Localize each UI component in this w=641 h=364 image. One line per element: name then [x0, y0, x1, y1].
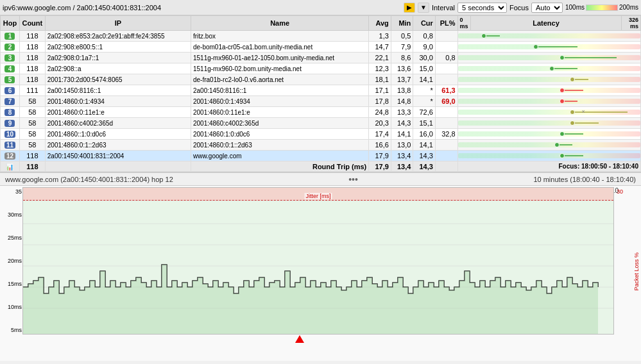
table-row[interactable]: 9 58 2001:4860:c4002:365d 2001:4860:c400…: [1, 118, 641, 129]
table-row[interactable]: 10 58 2001:4860::1:0:d0c6 2001:4860:1:0:…: [1, 129, 641, 140]
hop-badge: 4: [4, 65, 15, 72]
th-pl: PL%: [435, 16, 457, 31]
table-row[interactable]: 8 58 2001:4860:0:11e1:e 2001:4860:0:11e1…: [1, 107, 641, 118]
min-cell: 14,8: [391, 96, 413, 107]
min-cell: 7,9: [391, 42, 413, 53]
expand-dots[interactable]: •••: [348, 174, 358, 185]
count-cell: 118: [19, 63, 45, 74]
table-row[interactable]: 2 118 2a02:908:e800:5::1 de-bom01a-cr05-…: [1, 42, 641, 53]
chart-time: 10 minutes (18:00:40 - 18:10:40): [533, 176, 636, 183]
count-cell: 118: [19, 31, 45, 42]
chart-area: Jitter [ms]: [22, 187, 614, 335]
name-cell: 1511g-mx960-02.bom.unity-media.net: [191, 63, 368, 74]
cur-cell: 72,6: [413, 107, 436, 118]
avg-cell: 18,1: [369, 74, 391, 85]
avg-cell: 24,8: [369, 107, 391, 118]
interval-select[interactable]: 5 seconds: [457, 3, 507, 13]
min-cell: 13,7: [391, 74, 413, 85]
hop-cell: 1: [1, 31, 20, 42]
latency-waveform: [23, 188, 613, 334]
avg-cell: 16,6: [369, 140, 391, 151]
hop-badge: 11: [4, 142, 15, 149]
red-triangle-marker: [295, 335, 304, 343]
pl-cell: [435, 63, 457, 74]
ip-cell: 2a00:1450:4001:831::2004: [45, 151, 191, 161]
min-cell: 8,6: [391, 53, 413, 63]
address-label: ipv6:www.google.com / 2a00:1450:4001:831…: [3, 4, 161, 12]
scale-200ms: 200ms: [619, 4, 638, 11]
min-cell: 13,6: [391, 63, 413, 74]
latency-cell: [457, 42, 640, 53]
avg-cell: 17,8: [369, 96, 391, 107]
ip-cell: 2a02:908:e853:2ac0:2e91:abff:fe24:3855: [45, 31, 191, 42]
hop-cell: 10: [1, 129, 20, 140]
table-row[interactable]: 1 118 2a02:908:e853:2ac0:2e91:abff:fe24:…: [1, 31, 641, 42]
table-row[interactable]: 12 118 2a00:1450:4001:831::2004 www.goog…: [1, 151, 641, 161]
cur-cell: *: [413, 96, 436, 107]
hop-cell: 8: [1, 107, 20, 118]
count-cell: 111: [19, 85, 45, 96]
hop-badge: 6: [4, 87, 15, 94]
pl-cell: [435, 74, 457, 85]
hop-cell: 11: [1, 140, 20, 151]
count-cell: 118: [19, 42, 45, 53]
cur-cell: 9,0: [413, 42, 436, 53]
latency-cell: [457, 151, 640, 161]
avg-cell: 12,3: [369, 63, 391, 74]
hop-badge: 12: [4, 153, 15, 160]
dropdown-arrow[interactable]: ▼: [418, 3, 429, 13]
scale-bar: [586, 4, 618, 11]
pl-cell: [435, 140, 457, 151]
hop-table: Hop Count IP Name Avg Min Cur PL% 0 ms L…: [0, 15, 641, 172]
footer-ip: [45, 161, 191, 172]
chart-title: www.google.com (2a00:1450:4001:831::2004…: [5, 176, 173, 183]
latency-cell: [457, 96, 640, 107]
th-latency: Latency: [470, 16, 622, 31]
footer-count: 118: [19, 161, 45, 172]
table-row[interactable]: 11 58 2001:4860:0:1::2d63 2001:4860:0:1:…: [1, 140, 641, 151]
table-row[interactable]: 5 118 2001:730:2d00:5474:8065 de-fra01b-…: [1, 74, 641, 85]
cur-cell: 30,0: [413, 53, 436, 63]
pl-cell: 0,8: [435, 53, 457, 63]
hop-cell: 9: [1, 118, 20, 129]
ip-cell: 2001:730:2d00:5474:8065: [45, 74, 191, 85]
count-cell: 58: [19, 96, 45, 107]
ip-cell: 2001:4860:c4002:365d: [45, 118, 191, 129]
avg-cell: 17,4: [369, 129, 391, 140]
count-cell: 118: [19, 53, 45, 63]
table-row[interactable]: 7 58 2001:4860:0:1:4934 2001:4860:0:1:49…: [1, 96, 641, 107]
table-row[interactable]: 3 118 2a02:908:0:1a7::1 1511g-mx960-01-a…: [1, 53, 641, 63]
hop-cell: 3: [1, 53, 20, 63]
hop-cell: 5: [1, 74, 20, 85]
th-0ms: 0 ms: [457, 16, 470, 31]
ip-cell: 2001:4860::1:0:d0c6: [45, 129, 191, 140]
count-cell: 58: [19, 129, 45, 140]
hop-cell: 4: [1, 63, 20, 74]
name-cell: de-fra01b-rc2-lo0-0.v6.aorta.net: [191, 74, 368, 85]
name-cell: 2001:4860:0:1::2d63: [191, 140, 368, 151]
cur-cell: 15,0: [413, 63, 436, 74]
latency-cell: [457, 118, 640, 129]
footer-avg: 17,9: [369, 161, 391, 172]
hop-badge: 3: [4, 54, 15, 62]
cur-cell: 14,3: [413, 151, 436, 161]
hop-cell: 12: [1, 151, 20, 161]
table-row[interactable]: 6 111 2a00:1450:8116::1 2a00:1450:8116::…: [1, 85, 641, 96]
hop-badge: 10: [4, 131, 15, 138]
ip-cell: 2a00:1450:8116::1: [45, 85, 191, 96]
table-row[interactable]: 4 118 2a02:908::a 1511g-mx960-02.bom.uni…: [1, 63, 641, 74]
footer-hop: 📊: [1, 161, 20, 172]
table-header: Hop Count IP Name Avg Min Cur PL% 0 ms L…: [1, 16, 641, 31]
th-maxms: 326 ms: [622, 16, 641, 31]
pl-cell: [435, 42, 457, 53]
ip-cell: 2001:4860:0:11e1:e: [45, 107, 191, 118]
th-name: Name: [191, 16, 368, 31]
svg-marker-6: [23, 265, 598, 334]
avg-cell: 20,3: [369, 118, 391, 129]
focus-select[interactable]: Auto: [531, 3, 563, 13]
latency-cell: [457, 140, 640, 151]
avg-cell: 1,3: [369, 31, 391, 42]
hop-badge: 1: [4, 33, 15, 40]
play-button[interactable]: ▶: [404, 3, 415, 13]
count-cell: 118: [19, 74, 45, 85]
